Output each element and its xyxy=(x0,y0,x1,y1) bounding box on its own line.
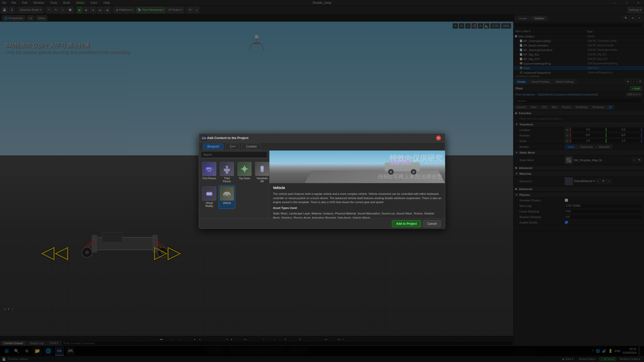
template-top-down[interactable]: Top Down xyxy=(236,161,253,184)
asset-types-value: Static Mesh, Landscape Layer, Material, … xyxy=(273,211,441,218)
dialog-search-input[interactable] xyxy=(201,152,267,158)
svg-rect-25 xyxy=(225,168,228,172)
top-down-label: Top Down xyxy=(239,177,250,180)
third-person-thumb xyxy=(220,162,234,176)
dialog-header: Ue Add Content to the Project ✕ xyxy=(199,133,445,143)
handheld-ar-label: Handheld AR xyxy=(255,177,269,183)
svg-point-39 xyxy=(207,193,209,195)
handheld-ar-thumb xyxy=(255,162,269,176)
template-third-person[interactable]: Third Person xyxy=(219,161,235,184)
template-handheld-ar[interactable]: Handheld AR xyxy=(254,161,269,184)
template-vehicle[interactable]: Vehicle xyxy=(219,185,235,209)
svg-rect-20 xyxy=(209,167,211,169)
svg-rect-36 xyxy=(261,166,263,170)
svg-point-46 xyxy=(228,195,229,196)
template-grid: First Person xyxy=(199,159,269,218)
preview-image: 特效向仅供研究 传B站等网上承担法律全责 xyxy=(269,151,445,183)
svg-point-37 xyxy=(262,170,263,171)
dialog-tabs: Blueprint C++ Content xyxy=(199,143,445,151)
svg-point-45 xyxy=(224,195,225,196)
dialog-close-btn[interactable]: ✕ xyxy=(436,135,441,141)
template-first-person[interactable]: First Person xyxy=(201,161,218,184)
asset-types-label: Asset Types Used: xyxy=(273,206,441,210)
dialog-left-panel: First Person xyxy=(199,151,269,218)
third-person-label: Third Person xyxy=(220,177,234,183)
dialog-footer: Add to Project Cancel xyxy=(199,218,445,229)
template-name: Vehicle xyxy=(273,186,441,190)
dialog-right-panel: 特效向仅供研究 传B站等网上承担法律全责 Vehicle The vehicle… xyxy=(269,151,445,218)
top-down-thumb xyxy=(237,162,252,176)
svg-rect-23 xyxy=(207,170,211,172)
template-vr[interactable]: Virtual Reality xyxy=(201,185,218,209)
svg-rect-31 xyxy=(244,165,245,167)
vr-label: Virtual Reality xyxy=(202,202,216,208)
add-content-dialog: Ue Add Content to the Project ✕ Blueprin… xyxy=(199,133,445,229)
modal-overlay[interactable]: Ue Add Content to the Project ✕ Blueprin… xyxy=(0,0,644,362)
dialog-title: Add Content to the Project xyxy=(207,136,436,140)
ue4-dialog-icon: Ue xyxy=(201,135,207,141)
svg-rect-29 xyxy=(227,172,228,174)
dialog-tab-blueprint[interactable]: Blueprint xyxy=(203,144,223,150)
dialog-tab-cpp[interactable]: C++ xyxy=(225,144,240,150)
vr-thumb xyxy=(202,187,216,201)
dialog-tab-content[interactable]: Content xyxy=(242,144,261,150)
cancel-btn[interactable]: Cancel xyxy=(423,220,441,227)
dialog-search xyxy=(199,151,269,159)
svg-rect-21 xyxy=(205,169,209,170)
svg-point-30 xyxy=(243,167,247,171)
svg-rect-32 xyxy=(244,170,245,172)
svg-rect-26 xyxy=(224,169,225,171)
template-description: The vehicle pack features both a regular… xyxy=(273,192,441,204)
svg-point-40 xyxy=(209,193,212,195)
dialog-body: First Person xyxy=(199,151,445,218)
dialog-preview: 特效向仅供研究 传B站等网上承担法律全责 xyxy=(269,151,445,183)
vehicle-thumb xyxy=(220,187,234,201)
svg-rect-34 xyxy=(246,168,248,169)
dialog-description: Vehicle The vehicle pack features both a… xyxy=(269,183,445,218)
first-person-thumb xyxy=(202,162,216,176)
svg-rect-33 xyxy=(241,168,243,169)
svg-rect-27 xyxy=(228,169,230,171)
svg-rect-42 xyxy=(224,192,229,194)
svg-rect-22 xyxy=(210,169,213,170)
first-person-label: First Person xyxy=(203,177,216,180)
svg-rect-28 xyxy=(226,172,227,174)
vehicle-label: Vehicle xyxy=(223,202,231,205)
add-to-project-btn[interactable]: Add to Project xyxy=(392,220,421,227)
svg-rect-19 xyxy=(206,167,209,169)
svg-point-24 xyxy=(226,166,228,168)
